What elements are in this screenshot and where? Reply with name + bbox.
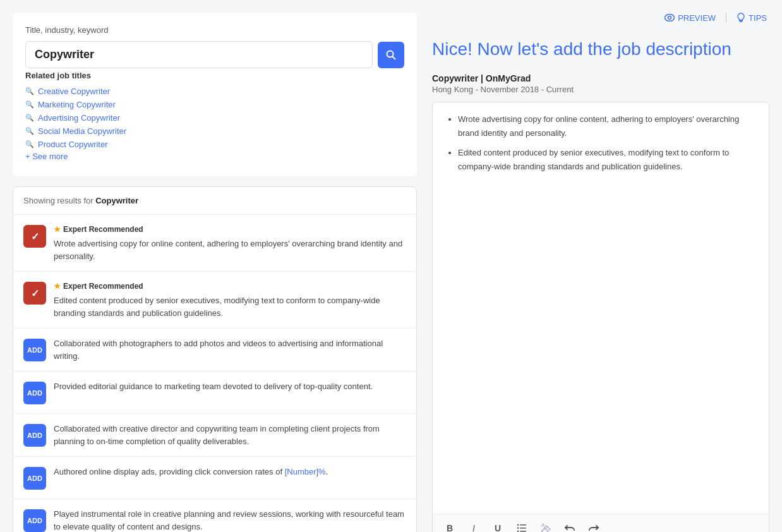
top-bar: PREVIEW TIPS [432,13,769,23]
result-text-1: ★ Expert Recommended Wrote advertising c… [54,224,406,262]
result-item: ADD Played instrumental role in creative… [13,499,416,532]
editor-box: Wrote advertising copy for online conten… [432,102,769,532]
result-add-button-5[interactable]: ADD [23,424,46,447]
redo-button[interactable] [584,519,603,532]
expert-tag: ★ Expert Recommended [54,224,406,235]
divider [726,13,726,23]
svg-point-3 [668,16,671,20]
result-checked-button-2[interactable]: ✓ [23,282,46,305]
result-item: ADD Collaborated with creative director … [13,414,416,457]
list-button[interactable] [512,519,531,532]
expert-tag: ★ Expert Recommended [54,281,406,292]
result-add-button-4[interactable]: ADD [23,382,46,404]
results-panel: Showing results for Copywriter ✓ ★ Exper… [13,186,417,532]
editor-toolbar: B I U [433,514,769,532]
related-item-creative[interactable]: 🔍 Creative Copywriter [25,87,404,96]
check-icon: ✓ [31,231,39,243]
lightbulb-icon [737,13,745,23]
related-item-marketing[interactable]: 🔍 Marketing Copywriter [25,100,404,109]
bullet-2: Edited content produced by senior execut… [458,146,756,174]
list-icon [517,524,527,532]
left-panel: Title, industry, keyword Related job tit… [13,13,417,532]
search-small-icon: 🔍 [25,140,34,148]
result-text-2: ★ Expert Recommended Edited content prod… [54,281,406,319]
search-small-icon: 🔍 [25,87,34,95]
result-item: ADD Collaborated with photographers to a… [13,329,416,372]
italic-button[interactable]: I [464,519,483,532]
job-title-line: Copywriter | OnMyGrad [432,73,769,83]
svg-point-10 [517,528,519,529]
related-item-social[interactable]: 🔍 Social Media Copywriter [25,126,404,136]
editor-content[interactable]: Wrote advertising copy for online conten… [433,102,769,514]
result-item: ✓ ★ Expert Recommended Edited content pr… [13,272,416,329]
job-meta: Copywriter | OnMyGrad Hong Kong - Novemb… [432,73,769,94]
svg-rect-7 [520,528,526,529]
search-small-icon: 🔍 [25,100,34,109]
svg-point-9 [517,524,519,526]
page-heading: Nice! Now let's add the job description [432,38,769,61]
star-icon: ★ [54,224,61,235]
result-item: ✓ ★ Expert Recommended Wrote advertising… [13,215,416,272]
result-add-button-6[interactable]: ADD [23,467,46,490]
bullet-1: Wrote advertising copy for online conten… [458,112,756,140]
result-text-3: Collaborated with photographers to add p… [54,337,406,362]
result-text-4: Provided editorial guidance to marketing… [54,380,406,393]
search-small-icon: 🔍 [25,114,34,122]
underline-button[interactable]: U [488,519,507,532]
see-more-link[interactable]: + See more [25,152,404,161]
result-item: ADD Provided editorial guidance to marke… [13,372,416,414]
result-text-5: Collaborated with creative director and … [54,423,406,447]
magic-button[interactable] [536,519,555,532]
related-list: 🔍 Creative Copywriter 🔍 Marketing Copywr… [25,87,404,149]
magic-icon [540,523,551,532]
tips-link[interactable]: TIPS [737,13,767,23]
related-section: Related job titles 🔍 Creative Copywriter… [25,68,404,164]
check-icon: ✓ [31,287,39,299]
preview-link[interactable]: PREVIEW [665,13,716,23]
svg-point-2 [665,15,675,21]
result-add-button-3[interactable]: ADD [23,339,46,361]
search-button[interactable] [378,42,404,68]
related-item-advertising[interactable]: 🔍 Advertising Copywriter [25,113,404,123]
svg-rect-8 [520,531,526,532]
search-row [25,41,404,68]
search-section: Title, industry, keyword Related job tit… [13,13,417,176]
related-title: Related job titles [25,71,404,80]
result-text-7: Played instrumental role in creative pla… [54,508,406,532]
star-icon: ★ [54,281,61,292]
result-add-button-7[interactable]: ADD [23,509,46,532]
search-label: Title, industry, keyword [25,25,404,35]
right-panel: PREVIEW TIPS Nice! Now let's add the job… [432,13,769,532]
undo-icon [565,524,575,532]
result-checked-button-1[interactable]: ✓ [23,225,46,248]
svg-line-1 [393,56,395,59]
result-item: ADD Authored online display ads, providi… [13,457,416,499]
job-location-line: Hong Kong - November 2018 - Current [432,85,769,94]
undo-button[interactable] [560,519,579,532]
search-input[interactable] [25,41,373,68]
result-text-6: Authored online display ads, providing c… [54,466,406,478]
results-header: Showing results for Copywriter [13,187,416,215]
related-item-product[interactable]: 🔍 Product Copywriter [25,140,404,149]
svg-rect-6 [520,524,526,526]
eye-icon [665,14,675,21]
redo-icon [589,524,599,532]
search-small-icon: 🔍 [25,127,34,135]
bold-button[interactable]: B [440,519,459,532]
search-icon [386,50,396,60]
